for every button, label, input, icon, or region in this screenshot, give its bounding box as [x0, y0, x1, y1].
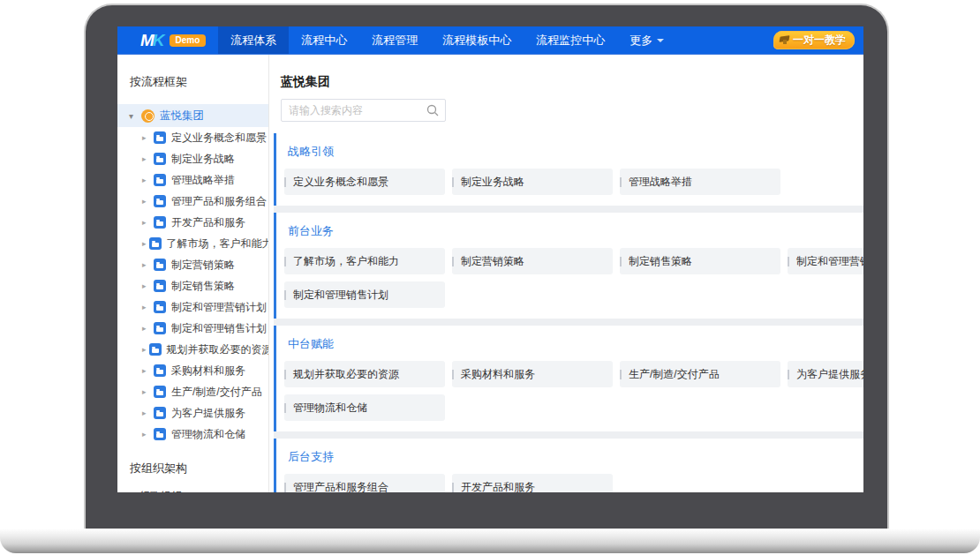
process-card[interactable]: 开发产品和服务 — [452, 474, 613, 492]
graduation-cap-icon — [780, 36, 789, 44]
caret-right-icon[interactable] — [142, 387, 151, 396]
caret-down-icon[interactable] — [129, 111, 139, 121]
caret-right-icon[interactable] — [142, 239, 147, 248]
process-card[interactable]: 规划并获取必要的资源 — [284, 361, 445, 387]
chevron-down-icon — [657, 39, 664, 46]
tree-item[interactable]: 定义业务概念和愿景 — [117, 127, 268, 148]
process-card[interactable]: 制定和管理销售计划 — [284, 281, 445, 308]
tree-item[interactable]: 管理战略举措 — [117, 169, 268, 191]
tree-item[interactable]: 了解市场，客户和能力 — [117, 233, 268, 254]
card-row: 管理产品和服务组合 开发产品和服务 — [284, 474, 863, 492]
tree-item[interactable]: 制定业务战略 — [117, 148, 268, 169]
caret-right-icon[interactable] — [142, 345, 147, 354]
nav-item-label: 流程监控中心 — [536, 33, 605, 49]
caret-right-icon[interactable] — [142, 197, 151, 206]
promo-badge-tutoring[interactable]: 一对一教学 — [773, 31, 855, 49]
nav-item-label: 流程中心 — [301, 33, 347, 49]
nav-item-label: 流程模板中心 — [442, 33, 511, 49]
nav-item-process-system[interactable]: 流程体系 — [218, 26, 289, 54]
top-navbar: M K Demo 流程体系 流程中心 流程管理 流程模板中心 流程监控中心 — [117, 26, 863, 55]
app-screen: M K Demo 流程体系 流程中心 流程管理 流程模板中心 流程监控中心 — [117, 26, 863, 492]
caret-right-icon[interactable] — [142, 176, 151, 184]
process-card[interactable]: 定义业务概念和愿景 — [284, 169, 445, 195]
page-title: 蓝悦集团 — [281, 74, 863, 90]
process-card[interactable]: 管理产品和服务组合 — [284, 474, 445, 492]
tree-item-label: 制定业务战略 — [171, 152, 235, 167]
process-card[interactable]: 管理物流和仓储 — [284, 394, 445, 421]
search-icon[interactable] — [426, 103, 440, 117]
caret-right-icon[interactable] — [142, 281, 151, 290]
caret-right-icon[interactable] — [142, 366, 151, 375]
process-card[interactable]: 制定业务战略 — [452, 169, 613, 195]
caret-right-icon[interactable] — [142, 133, 151, 142]
tree-item[interactable]: 制定营销策略 — [117, 254, 268, 275]
folder-icon — [154, 216, 166, 229]
process-card[interactable]: 为客户提供服务 — [788, 361, 863, 387]
folder-icon — [154, 174, 166, 186]
nav-item-monitor-center[interactable]: 流程监控中心 — [524, 26, 617, 54]
process-card[interactable]: 制定和管理营销计划 — [788, 248, 863, 274]
nav-item-label: 更多 — [629, 33, 652, 49]
tree-item[interactable]: 采购材料和服务 — [117, 360, 268, 381]
laptop-mockup: M K Demo 流程体系 流程中心 流程管理 流程模板中心 流程监控中心 — [0, 0, 980, 555]
process-card[interactable]: 生产/制造/交付产品 — [620, 361, 780, 387]
caret-right-icon[interactable] — [142, 324, 151, 333]
caret-right-icon[interactable] — [142, 218, 151, 227]
nav-item-more[interactable]: 更多 — [617, 26, 676, 54]
mk-logo-letter-m: M — [140, 31, 154, 50]
tree-item[interactable]: 管理物流和仓储 — [117, 424, 268, 445]
tree-root-lanyue-group[interactable]: 蓝悦集团 — [117, 104, 268, 127]
tree-item[interactable]: 生产/制造/交付产品 — [117, 381, 268, 402]
card-row: 定义业务概念和愿景 制定业务战略 管理战略举措 — [284, 169, 863, 195]
tree-item[interactable]: 制定销售策略 — [117, 275, 268, 296]
tree-item[interactable]: 为客户提供服务 — [117, 402, 268, 424]
tree-item[interactable]: 制定和管理销售计划 — [117, 318, 268, 339]
promo-badge-label: 一对一教学 — [793, 33, 846, 48]
tree-item[interactable]: 管理产品和服务组合 — [117, 191, 268, 212]
caret-down-icon[interactable] — [129, 491, 139, 493]
process-sections: 战略引领 定义业务概念和愿景 制定业务战略 管理战略举措 前台业务 了解市场，客… — [274, 133, 863, 492]
caret-right-icon[interactable] — [142, 430, 151, 439]
section-title: 后台支持 — [288, 449, 863, 465]
folder-icon — [154, 195, 166, 207]
process-card[interactable]: 管理战略举措 — [620, 169, 780, 195]
tree-item[interactable]: 规划并获取必要的资源 — [117, 339, 268, 360]
caret-right-icon[interactable] — [142, 303, 151, 311]
sidebar: 按流程框架 蓝悦集团 定义业务概念和愿景 制 — [117, 55, 269, 492]
tree-root-label: 蓝悦集团 — [160, 109, 204, 124]
process-card[interactable]: 采购材料和服务 — [452, 361, 613, 387]
process-card[interactable]: 了解市场，客户和能力 — [284, 248, 445, 274]
nav-item-process-management[interactable]: 流程管理 — [359, 26, 430, 54]
tree-item[interactable]: 制定和管理营销计划 — [117, 296, 268, 318]
nav-menu: 流程体系 流程中心 流程管理 流程模板中心 流程监控中心 更多 — [218, 26, 676, 54]
nav-item-process-center[interactable]: 流程中心 — [289, 26, 359, 54]
section-title: 战略引领 — [288, 144, 863, 160]
card-row: 规划并获取必要的资源 采购材料和服务 生产/制造/交付产品 为客户提供服务 管理… — [284, 361, 863, 421]
laptop-base — [0, 529, 980, 553]
caret-right-icon[interactable] — [142, 409, 151, 417]
section-strategy: 战略引领 定义业务概念和愿景 制定业务战略 管理战略举措 — [274, 133, 863, 206]
tree-item-label: 制定和管理销售计划 — [171, 321, 267, 336]
sidebar-section-title-organization: 按组织架构 — [130, 461, 268, 476]
section-title: 前台业务 — [288, 223, 863, 239]
process-card[interactable]: 制定销售策略 — [620, 248, 780, 274]
folder-icon — [154, 322, 166, 334]
tree-item-label: 生产/制造/交付产品 — [171, 385, 262, 400]
tree-item-label: 采购材料和服务 — [171, 364, 245, 379]
folder-icon — [154, 428, 166, 440]
tree-item-label: 管理产品和服务组合 — [171, 194, 267, 209]
caret-right-icon[interactable] — [142, 260, 151, 269]
section-back-office: 后台支持 管理产品和服务组合 开发产品和服务 — [274, 439, 863, 492]
nav-item-template-center[interactable]: 流程模板中心 — [430, 26, 524, 54]
mk-logo[interactable]: M K Demo — [140, 31, 206, 50]
tree-item[interactable]: 开发产品和服务 — [117, 212, 268, 233]
folder-icon — [149, 237, 162, 250]
tree-item-admin-org[interactable]: 行政组织 — [117, 485, 268, 492]
search-input[interactable] — [281, 99, 446, 122]
organization-icon — [141, 109, 155, 123]
tree-item-label: 行政组织 — [139, 489, 182, 493]
process-card[interactable]: 制定营销策略 — [452, 248, 613, 274]
demo-badge: Demo — [170, 34, 207, 47]
tree-item-label: 制定销售策略 — [171, 279, 235, 294]
caret-right-icon[interactable] — [142, 154, 151, 163]
